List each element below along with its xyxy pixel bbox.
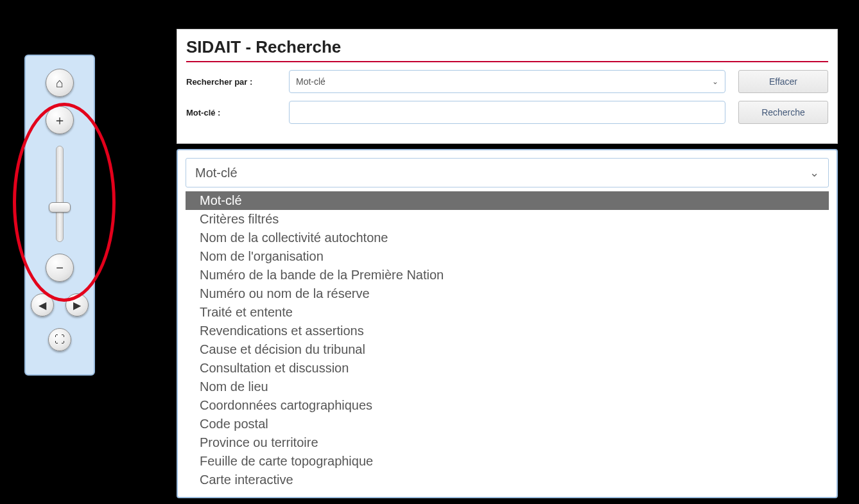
dropdown-option[interactable]: Critères filtrés bbox=[186, 210, 829, 229]
row-search-by: Rechercher par : Mot-clé ⌄ Effacer bbox=[186, 70, 828, 93]
dropdown-option[interactable]: Traité et entente bbox=[186, 303, 829, 322]
dropdown-option[interactable]: Cause et décision du tribunal bbox=[186, 340, 829, 359]
home-icon: ⌂ bbox=[56, 76, 64, 91]
next-extent-button[interactable]: ▶ bbox=[65, 293, 89, 317]
search-button[interactable]: Recherche bbox=[738, 101, 828, 124]
chevron-left-icon: ◀ bbox=[39, 299, 46, 311]
prev-extent-button[interactable]: ◀ bbox=[31, 293, 54, 317]
minus-icon: − bbox=[56, 261, 64, 275]
page-title: SIDAIT - Recherche bbox=[186, 35, 828, 62]
search-panel: SIDAIT - Recherche Rechercher par : Mot-… bbox=[177, 29, 838, 144]
label-search-by: Rechercher par : bbox=[186, 77, 289, 87]
dropdown-option[interactable]: Numéro ou nom de la réserve bbox=[186, 284, 829, 303]
dropdown-option[interactable]: Code postal bbox=[186, 415, 829, 433]
dropdown-panel: Mot-clé ⌄ Mot-cléCritères filtrésNom de … bbox=[177, 149, 838, 498]
dropdown-option[interactable]: Numéro de la bande de la Première Nation bbox=[186, 266, 829, 284]
dropdown-select[interactable]: Mot-clé ⌄ bbox=[186, 158, 829, 187]
plus-icon: ＋ bbox=[53, 112, 66, 129]
dropdown-option[interactable]: Feuille de carte topographique bbox=[186, 452, 829, 471]
zoom-in-button[interactable]: ＋ bbox=[46, 106, 74, 134]
label-keyword: Mot-clé : bbox=[186, 108, 289, 117]
search-by-select[interactable]: Mot-clé ⌄ bbox=[289, 70, 725, 93]
home-button[interactable]: ⌂ bbox=[46, 69, 74, 97]
dropdown-option[interactable]: Nom de l'organisation bbox=[186, 247, 829, 266]
chevron-down-icon: ⌄ bbox=[810, 166, 819, 180]
zoom-slider[interactable] bbox=[50, 146, 69, 242]
dropdown-list: Mot-cléCritères filtrésNom de la collect… bbox=[186, 191, 829, 489]
row-keyword: Mot-clé : Recherche bbox=[186, 101, 828, 124]
chevron-down-icon: ⌄ bbox=[712, 77, 718, 86]
keyword-input[interactable] bbox=[289, 101, 725, 124]
dropdown-option[interactable]: Consultation et discussion bbox=[186, 359, 829, 378]
dropdown-option[interactable]: Nom de la collectivité autochtone bbox=[186, 229, 829, 247]
zoom-out-button[interactable]: − bbox=[46, 254, 74, 282]
dropdown-option[interactable]: Coordonnées cartographiques bbox=[186, 396, 829, 415]
zoom-slider-thumb[interactable] bbox=[49, 202, 71, 213]
dropdown-option[interactable]: Mot-clé bbox=[186, 191, 829, 210]
search-by-select-value: Mot-clé bbox=[296, 76, 325, 87]
dropdown-option[interactable]: Province ou territoire bbox=[186, 433, 829, 452]
chevron-right-icon: ▶ bbox=[73, 299, 81, 311]
extent-nav-row: ◀ ▶ bbox=[31, 293, 89, 317]
full-extent-button[interactable]: ⛶ bbox=[48, 328, 71, 351]
zoom-slider-track bbox=[56, 146, 64, 242]
dropdown-option[interactable]: Revendications et assertions bbox=[186, 322, 829, 340]
extent-icon: ⛶ bbox=[55, 334, 65, 345]
map-zoom-widget: ⌂ ＋ − ◀ ▶ ⛶ bbox=[24, 55, 95, 376]
dropdown-option[interactable]: Carte interactive bbox=[186, 471, 829, 489]
dropdown-option[interactable]: Nom de lieu bbox=[186, 378, 829, 396]
dropdown-current-value: Mot-clé bbox=[195, 166, 238, 180]
clear-button[interactable]: Effacer bbox=[738, 70, 828, 93]
